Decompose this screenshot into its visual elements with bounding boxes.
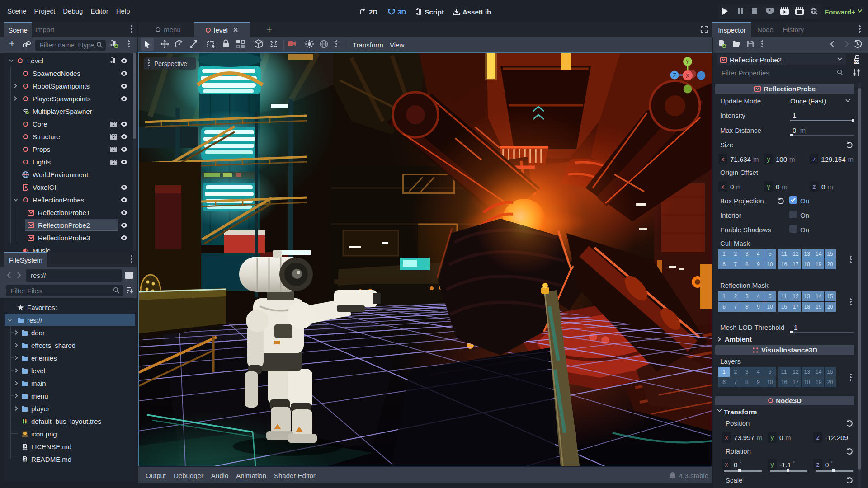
svg-text:X: X xyxy=(686,72,690,79)
svg-text:TXT: TXT xyxy=(23,460,26,462)
svg-text:DOC: DOC xyxy=(854,61,860,64)
svg-text:Z: Z xyxy=(673,72,676,79)
svg-text:TXT: TXT xyxy=(23,447,26,449)
svg-text:Y: Y xyxy=(686,59,689,65)
